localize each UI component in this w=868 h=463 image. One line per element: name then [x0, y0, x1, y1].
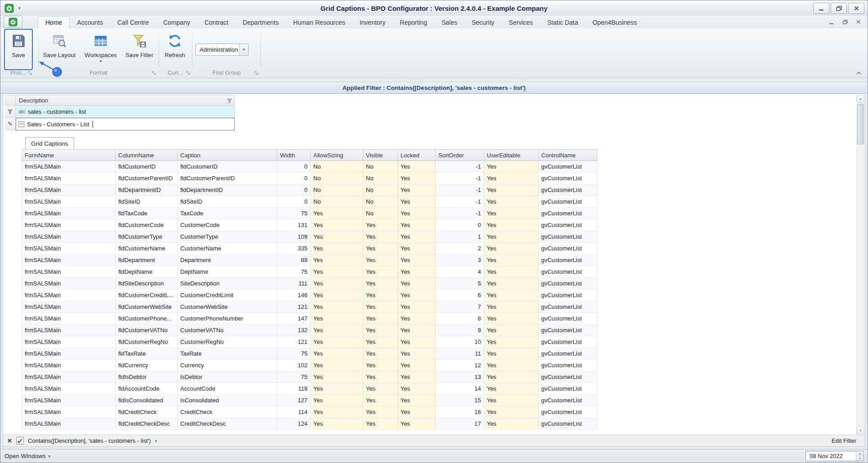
cell-columnname[interactable]: fldCustomerPhone...	[116, 313, 178, 325]
cell-controlname[interactable]: gvCustomerList	[539, 336, 597, 348]
column-header-formname[interactable]: FormName	[22, 149, 116, 161]
cell-controlname[interactable]: gvCustomerList	[539, 406, 597, 418]
cell-width[interactable]: 75	[277, 266, 311, 278]
cell-allowsizing[interactable]: Yes	[311, 231, 363, 243]
cell-usereditable[interactable]: Yes	[484, 196, 539, 208]
column-header-allowsizing[interactable]: AllowSizing	[311, 149, 363, 161]
cell-usereditable[interactable]: Yes	[484, 336, 539, 348]
cell-width[interactable]: 114	[277, 406, 311, 418]
cell-controlname[interactable]: gvCustomerList	[539, 208, 597, 219]
cell-visible[interactable]: Yes	[363, 348, 398, 360]
save-layout-button[interactable]: Save Layout	[42, 30, 77, 68]
dialog-launcher-icon[interactable]	[27, 70, 32, 76]
filter-dropdown-icon[interactable]: ▾	[155, 439, 157, 443]
cell-width[interactable]: 119	[277, 383, 311, 395]
cell-columnname[interactable]: fldSiteDescription	[116, 278, 178, 289]
cell-formname[interactable]: frmSALSMain	[22, 196, 116, 208]
cell-locked[interactable]: Yes	[398, 395, 436, 406]
cell-sortorder[interactable]: 3	[436, 254, 484, 266]
cell-usereditable[interactable]: Yes	[484, 301, 539, 313]
tab-open4business[interactable]: Open4Business	[585, 16, 644, 28]
cell-controlname[interactable]: gvCustomerList	[539, 161, 597, 173]
description-editor[interactable]: Sales - Customers - List	[16, 118, 235, 130]
cell-visible[interactable]: Yes	[363, 301, 398, 313]
cell-visible[interactable]: Yes	[363, 289, 398, 301]
cell-sortorder[interactable]: 1	[436, 231, 484, 243]
cell-visible[interactable]: Yes	[363, 371, 398, 383]
cell-locked[interactable]: Yes	[398, 266, 436, 278]
cell-width[interactable]: 132	[277, 325, 311, 336]
cell-usereditable[interactable]: Yes	[484, 325, 539, 336]
close-button[interactable]	[848, 3, 864, 14]
cell-columnname[interactable]: fldCustomerCreditL...	[116, 289, 178, 301]
table-row[interactable]: frmSALSMainfldIsDebtorIsDebtor75YesYesYe…	[22, 371, 597, 383]
spin-up-button[interactable]: ▲	[856, 451, 864, 456]
cell-allowsizing[interactable]: Yes	[311, 301, 363, 313]
cell-visible[interactable]: Yes	[363, 336, 398, 348]
tab-departments[interactable]: Departments	[236, 16, 286, 28]
cell-caption[interactable]: fldCustomerParentID	[178, 173, 277, 184]
cell-visible[interactable]: Yes	[363, 406, 398, 418]
cell-usereditable[interactable]: Yes	[484, 161, 539, 173]
cell-columnname[interactable]: fldTaxRate	[116, 348, 178, 360]
cell-allowsizing[interactable]: Yes	[311, 325, 363, 336]
cell-controlname[interactable]: gvCustomerList	[539, 266, 597, 278]
cell-usereditable[interactable]: Yes	[484, 219, 539, 231]
cell-width[interactable]: 0	[277, 184, 311, 196]
cell-allowsizing[interactable]: Yes	[311, 406, 363, 418]
cell-controlname[interactable]: gvCustomerList	[539, 254, 597, 266]
cell-usereditable[interactable]: Yes	[484, 395, 539, 406]
cell-locked[interactable]: Yes	[398, 184, 436, 196]
cell-locked[interactable]: Yes	[398, 173, 436, 184]
cell-columnname[interactable]: fldDepartment	[116, 254, 178, 266]
table-row[interactable]: frmSALSMainfldTaxRateTaxRate75YesYesYes1…	[22, 348, 597, 360]
cell-visible[interactable]: Yes	[363, 360, 398, 371]
scroll-down-button[interactable]: ▼	[857, 427, 864, 434]
table-row[interactable]: frmSALSMainfldSiteDescriptionSiteDescrip…	[22, 278, 597, 289]
cell-width[interactable]: 121	[277, 301, 311, 313]
cell-controlname[interactable]: gvCustomerList	[539, 289, 597, 301]
tab-services[interactable]: Services	[502, 16, 540, 28]
column-header-controlname[interactable]: ControlName	[539, 149, 597, 161]
collapse-detail-button[interactable]	[18, 121, 24, 127]
table-row[interactable]: frmSALSMainfldCurrencyCurrency102YesYesY…	[22, 360, 597, 371]
ribbon-minimize-button[interactable]	[827, 18, 836, 26]
cell-locked[interactable]: Yes	[398, 278, 436, 289]
cell-usereditable[interactable]: Yes	[484, 254, 539, 266]
cell-sortorder[interactable]: -1	[436, 161, 484, 173]
cell-width[interactable]: 124	[277, 418, 311, 430]
filter-expression[interactable]: Contains([Description], 'sales - custome…	[28, 437, 151, 444]
cell-caption[interactable]: CustomerWebSite	[178, 301, 277, 313]
tab-sales[interactable]: Sales	[434, 16, 464, 28]
column-header-usereditable[interactable]: UserEditable	[484, 149, 539, 161]
cell-allowsizing[interactable]: Yes	[311, 266, 363, 278]
tab-security[interactable]: Security	[464, 16, 502, 28]
cell-caption[interactable]: IsConsolidated	[178, 395, 277, 406]
cell-columnname[interactable]: fldCustomerVATNo	[116, 325, 178, 336]
cell-sortorder[interactable]: 2	[436, 243, 484, 254]
cell-caption[interactable]: TaxRate	[178, 348, 277, 360]
cell-usereditable[interactable]: Yes	[484, 360, 539, 371]
cell-width[interactable]: 127	[277, 395, 311, 406]
cell-controlname[interactable]: gvCustomerList	[539, 395, 597, 406]
cell-formname[interactable]: frmSALSMain	[22, 383, 116, 395]
cell-controlname[interactable]: gvCustomerList	[539, 184, 597, 196]
tab-grid-captions[interactable]: Grid Captions	[25, 137, 74, 149]
cell-sortorder[interactable]: 17	[436, 418, 484, 430]
cell-locked[interactable]: Yes	[398, 371, 436, 383]
cell-controlname[interactable]: gvCustomerList	[539, 173, 597, 184]
cell-caption[interactable]: fldDepartmentID	[178, 184, 277, 196]
cell-formname[interactable]: frmSALSMain	[22, 266, 116, 278]
cell-locked[interactable]: Yes	[398, 406, 436, 418]
cell-allowsizing[interactable]: No	[311, 173, 363, 184]
collapse-ribbon-button[interactable]	[855, 70, 862, 76]
ribbon-restore-button[interactable]	[841, 18, 850, 26]
cell-formname[interactable]: frmSALSMain	[22, 348, 116, 360]
scroll-thumb[interactable]	[857, 104, 864, 144]
cell-locked[interactable]: Yes	[398, 208, 436, 219]
cell-formname[interactable]: frmSALSMain	[22, 325, 116, 336]
cell-visible[interactable]: No	[363, 184, 398, 196]
cell-controlname[interactable]: gvCustomerList	[539, 301, 597, 313]
tab-company[interactable]: Company	[156, 16, 197, 28]
cell-locked[interactable]: Yes	[398, 336, 436, 348]
